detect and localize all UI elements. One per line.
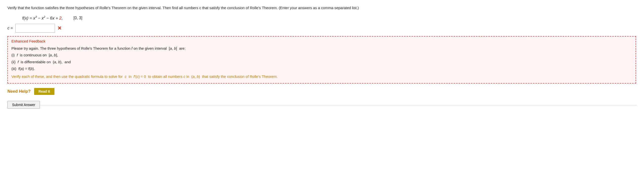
need-help-row: Need Help? Read It [8, 88, 636, 95]
submit-button[interactable]: Submit Answer [8, 101, 40, 109]
formula-display: f(x) = x3 − x2 − 6x + 2, [22, 15, 63, 21]
answer-row: c = ✕ [8, 24, 636, 33]
c-label: c = [8, 26, 13, 30]
problem-instructions: Verify that the function satisfies the t… [8, 5, 602, 11]
feedback-body: Please try again. The three hypotheses o… [12, 45, 632, 80]
feedback-hypothesis-ii: (ii) f is differentiable on (a, b), and [12, 59, 632, 65]
feedback-intro: Please try again. The three hypotheses o… [12, 45, 632, 52]
submit-row: Submit Answer [8, 101, 636, 109]
clear-icon[interactable]: ✕ [58, 25, 62, 31]
formula-interval: [0, 3] [70, 16, 82, 20]
submit-divider [40, 105, 636, 105]
feedback-title: Enhanced Feedback [12, 39, 632, 43]
feedback-box: Enhanced Feedback Please try again. The … [8, 36, 636, 84]
feedback-hypothesis-iii: (iii) f(a) = f(b). [12, 65, 632, 72]
need-help-label: Need Help? [8, 89, 31, 94]
feedback-hypothesis-i: (i) f is continuous on [a, b], [12, 52, 632, 58]
problem-container: Verify that the function satisfies the t… [8, 5, 636, 109]
formula-lhs: f [22, 16, 24, 20]
feedback-verify-line: Verify each of these, and then use the q… [12, 73, 632, 80]
read-it-button[interactable]: Read It [34, 88, 55, 95]
formula-line: f(x) = x3 − x2 − 6x + 2, [0, 3] [22, 15, 636, 21]
answer-input[interactable] [15, 24, 55, 33]
